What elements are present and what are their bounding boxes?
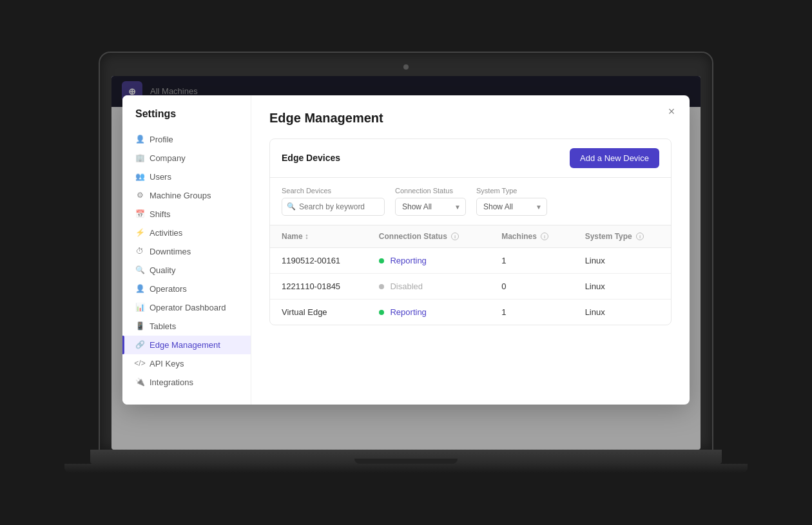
connection-status-select[interactable]: Show All Reporting Disabled <box>395 198 466 216</box>
row1-status-text: Reporting <box>390 256 426 265</box>
search-input-wrap: 🔍 <box>282 198 385 216</box>
connection-status-info-icon: i <box>451 233 459 240</box>
sort-icon: ↕ <box>305 232 309 241</box>
close-button[interactable]: × <box>664 104 679 120</box>
shifts-icon: 📅 <box>135 209 144 218</box>
sidebar-item-operators[interactable]: 👤 Operators <box>122 280 251 298</box>
modal-overlay: Settings 👤 Profile 🏢 Company � <box>111 76 701 450</box>
settings-modal: Settings 👤 Profile 🏢 Company � <box>122 95 690 405</box>
sidebar-label-machine-groups: Machine Groups <box>150 191 211 200</box>
edge-management-icon: 🔗 <box>135 340 144 349</box>
row1-name: 1190512-00161 <box>270 247 367 273</box>
machines-info-icon: i <box>541 233 548 240</box>
filters-row: Search Devices 🔍 Connection Status <box>270 178 671 225</box>
company-icon: 🏢 <box>135 153 144 162</box>
sidebar-label-edge-management: Edge Management <box>150 340 220 350</box>
row2-status-text: Disabled <box>390 282 423 291</box>
system-type-label: System Type <box>476 187 547 195</box>
th-machines: Machines i <box>490 225 573 248</box>
row3-status-text: Reporting <box>390 307 426 317</box>
sidebar-label-quality: Quality <box>150 265 175 275</box>
row3-name: Virtual Edge <box>270 299 367 325</box>
sidebar-item-machine-groups[interactable]: ⚙ Machine Groups <box>122 186 251 205</box>
connection-status-select-wrap: Show All Reporting Disabled ▼ <box>395 198 466 216</box>
row3-status: Reporting <box>367 299 490 325</box>
content-title: Edge Management <box>269 111 672 126</box>
downtimes-icon: ⏱ <box>135 247 144 256</box>
sidebar-item-tablets[interactable]: 📱 Tablets <box>122 317 251 336</box>
sidebar-item-shifts[interactable]: 📅 Shifts <box>122 205 251 224</box>
modal-main-content: × Edge Management Edge Devices Add a New… <box>251 95 690 405</box>
machine-groups-icon: ⚙ <box>135 191 144 200</box>
sidebar-label-shifts: Shifts <box>150 209 171 219</box>
sidebar-item-quality[interactable]: 🔍 Quality <box>122 261 251 280</box>
table-header: Name ↕ Connection Status i <box>270 225 671 248</box>
row3-status-dot <box>379 310 384 315</box>
row1-system-type: Linux <box>574 247 671 273</box>
sidebar-label-users: Users <box>150 172 171 182</box>
sidebar-label-api-keys: API Keys <box>150 359 184 368</box>
th-name: Name ↕ <box>270 225 367 248</box>
sidebar-label-activities: Activities <box>150 228 182 238</box>
sidebar-nav: 👤 Profile 🏢 Company 👥 Users <box>122 130 251 392</box>
profile-icon: 👤 <box>135 135 144 144</box>
row2-status-dot <box>379 284 384 289</box>
search-icon: 🔍 <box>287 202 296 211</box>
system-type-info-icon: i <box>636 233 644 240</box>
table-row: 1190512-00161 Reporting 1 Linux <box>270 247 671 273</box>
table-header-row: Name ↕ Connection Status i <box>270 225 671 248</box>
th-connection-status: Connection Status i <box>367 225 490 248</box>
row2-name: 1221110-01845 <box>270 273 367 299</box>
sidebar-label-integrations: Integrations <box>150 377 193 387</box>
tablets-icon: 📱 <box>135 321 144 330</box>
sidebar-label-tablets: Tablets <box>150 321 176 331</box>
table-row: Virtual Edge Reporting 1 Linux <box>270 299 671 325</box>
edge-devices-card: Edge Devices Add a New Device Search Dev… <box>269 138 672 325</box>
api-keys-icon: </> <box>135 359 144 368</box>
row2-system-type: Linux <box>574 273 671 299</box>
row1-machines: 1 <box>490 247 573 273</box>
sidebar-item-downtimes[interactable]: ⏱ Downtimes <box>122 242 251 261</box>
system-type-filter-group: System Type Show All Linux Windows ▼ <box>476 187 547 216</box>
sidebar-label-operators: Operators <box>150 284 187 294</box>
search-input[interactable] <box>282 198 385 216</box>
laptop-base <box>90 450 722 464</box>
users-icon: 👥 <box>135 172 144 181</box>
sidebar-label-profile: Profile <box>150 135 173 144</box>
table-body: 1190512-00161 Reporting 1 Linux <box>270 247 671 325</box>
settings-sidebar: Settings 👤 Profile 🏢 Company � <box>122 95 251 405</box>
sidebar-item-operator-dashboard[interactable]: 📊 Operator Dashboard <box>122 298 251 317</box>
sidebar-item-profile[interactable]: 👤 Profile <box>122 130 251 149</box>
sidebar-item-edge-management[interactable]: 🔗 Edge Management <box>122 336 251 354</box>
quality-icon: 🔍 <box>135 265 144 274</box>
edge-devices-table: Name ↕ Connection Status i <box>270 225 671 325</box>
sidebar-item-api-keys[interactable]: </> API Keys <box>122 354 251 373</box>
connection-status-filter-group: Connection Status Show All Reporting Dis… <box>395 187 466 216</box>
sidebar-item-activities[interactable]: ⚡ Activities <box>122 224 251 242</box>
system-type-select-wrap: Show All Linux Windows ▼ <box>476 198 547 216</box>
sidebar-label-downtimes: Downtimes <box>150 247 191 256</box>
connection-status-label: Connection Status <box>395 187 466 195</box>
add-device-button[interactable]: Add a New Device <box>570 148 659 168</box>
search-filter-group: Search Devices 🔍 <box>282 187 385 216</box>
sidebar-label-operator-dashboard: Operator Dashboard <box>150 303 226 312</box>
section-title: Edge Devices <box>282 153 340 163</box>
sidebar-label-company: Company <box>150 153 186 163</box>
name-sort[interactable]: Name ↕ <box>282 232 309 241</box>
row1-status-dot <box>379 258 384 263</box>
system-type-select[interactable]: Show All Linux Windows <box>476 198 547 216</box>
sidebar-item-users[interactable]: 👥 Users <box>122 167 251 186</box>
operator-dashboard-icon: 📊 <box>135 303 144 312</box>
integrations-icon: 🔌 <box>135 377 144 387</box>
row3-machines: 1 <box>490 299 573 325</box>
table-row: 1221110-01845 Disabled 0 Linux <box>270 273 671 299</box>
modal-title: Settings <box>122 108 251 130</box>
laptop-screen: ⊕ All Machines Settings 👤 Profile <box>111 76 701 450</box>
row2-machines: 0 <box>490 273 573 299</box>
laptop-bottom <box>64 464 748 473</box>
sidebar-item-company[interactable]: 🏢 Company <box>122 149 251 167</box>
section-header: Edge Devices Add a New Device <box>270 139 671 178</box>
th-system-type: System Type i <box>574 225 671 248</box>
row2-status: Disabled <box>367 273 490 299</box>
sidebar-item-integrations[interactable]: 🔌 Integrations <box>122 373 251 392</box>
